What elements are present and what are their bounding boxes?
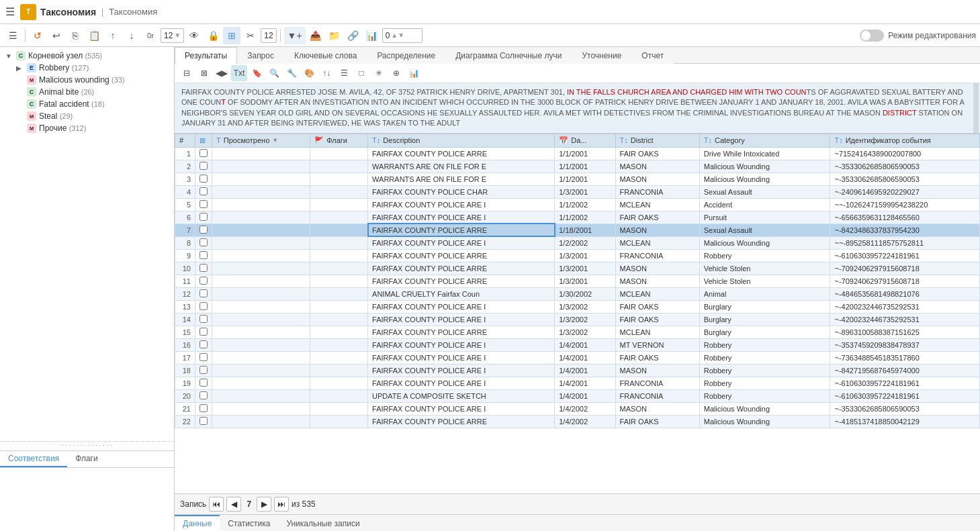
toolbar-add-btn[interactable]: ▼+: [284, 27, 306, 44]
table-row[interactable]: 3 WARRANTS ARE ON FILE FOR E 1/1/2001 MA…: [175, 173, 980, 185]
pager-first-btn[interactable]: ⏮: [209, 497, 224, 512]
data-table-container[interactable]: # ⊠ T Просмотрено ▼ 🚩 Флаги T↕ Descripti…: [175, 134, 980, 493]
bottom-tab-stats[interactable]: Статистика: [220, 515, 278, 531]
tab-flags[interactable]: Флаги: [67, 451, 105, 467]
cell-check[interactable]: [195, 287, 212, 300]
toolbar-import-btn[interactable]: 📁: [326, 27, 343, 44]
table-row[interactable]: 11 FAIRFAX COUNTY POLICE ARRE 1/3/2001 M…: [175, 275, 980, 287]
col-viewed[interactable]: T Просмотрено ▼: [212, 134, 310, 147]
cell-check[interactable]: [195, 313, 212, 326]
cell-check[interactable]: [195, 211, 212, 224]
tab-sunburst[interactable]: Диаграмма Солнечные лучи: [445, 47, 572, 64]
results-btn-3[interactable]: ◀▶: [214, 65, 230, 81]
cell-check[interactable]: [195, 326, 212, 338]
results-btn-5[interactable]: 🔖: [249, 65, 265, 81]
cell-check[interactable]: [195, 173, 212, 185]
cell-check[interactable]: [195, 300, 212, 313]
col-id[interactable]: T↕ Идентификатор события: [830, 134, 980, 147]
tab-results[interactable]: Результаты: [175, 47, 237, 64]
table-row[interactable]: 2 WARRANTS ARE ON FILE FOR E 1/1/2001 MA…: [175, 160, 980, 173]
table-row[interactable]: 18 FAIRFAX COUNTY POLICE ARE I 1/4/2001 …: [175, 364, 980, 377]
table-row[interactable]: 16 FAIRFAX COUNTY POLICE ARE I 1/4/2001 …: [175, 338, 980, 351]
table-row[interactable]: 21 FAIRFAX COUNTY POLICE ARE I 1/4/2002 …: [175, 402, 980, 415]
table-row[interactable]: 14 FAIRFAX COUNTY POLICE ARE I 1/3/2002 …: [175, 313, 980, 326]
preview-scrollbar[interactable]: [973, 83, 979, 133]
cell-check[interactable]: [195, 147, 212, 160]
results-btn-2[interactable]: ⊠: [196, 65, 212, 81]
editing-mode-toggle[interactable]: [860, 30, 884, 42]
pager-current[interactable]: 7: [244, 499, 254, 509]
pager-prev-btn[interactable]: ◀: [226, 497, 241, 512]
col-desc[interactable]: T↕ Description: [368, 134, 555, 147]
results-btn-12[interactable]: ✳: [371, 65, 387, 81]
results-btn-11[interactable]: □: [353, 65, 369, 81]
results-btn-13[interactable]: ⊕: [388, 65, 404, 81]
toolbar-zero-btn[interactable]: 0r: [142, 27, 159, 44]
toolbar-chart-btn[interactable]: 📊: [363, 27, 381, 44]
table-row[interactable]: 7 FAIRFAX COUNTY POLICE ARRE 1/18/2001 M…: [175, 224, 980, 236]
table-row[interactable]: 10 FAIRFAX COUNTY POLICE ARRE 1/3/2001 M…: [175, 262, 980, 275]
cell-check[interactable]: [195, 338, 212, 351]
pager-next-btn[interactable]: ▶: [257, 497, 271, 512]
table-row[interactable]: 22 FAIRFAX COUNTY POLICE ARRE 1/4/2002 F…: [175, 415, 980, 428]
cell-check[interactable]: [195, 160, 212, 173]
menu-icon[interactable]: ☰: [5, 5, 15, 18]
tree-item-fatal[interactable]: C Fatal accident (18): [0, 98, 174, 110]
cell-check[interactable]: [195, 185, 212, 198]
tab-query[interactable]: Запрос: [237, 47, 284, 64]
table-row[interactable]: 4 FAIRFAX COUNTY POLICE CHAR 1/3/2001 FR…: [175, 185, 980, 198]
results-btn-14[interactable]: 📊: [406, 65, 422, 81]
cell-check[interactable]: [195, 377, 212, 389]
tab-refine[interactable]: Уточнение: [572, 47, 631, 64]
col-district[interactable]: T↕ District: [615, 134, 699, 147]
table-row[interactable]: 12 ANIMAL CRUELTY Fairfax Coun 1/30/2002…: [175, 287, 980, 300]
tree-item-other[interactable]: м Прочие (312): [0, 122, 174, 134]
results-btn-4[interactable]: Txt: [231, 65, 247, 81]
bottom-tab-data[interactable]: Данные: [175, 515, 220, 531]
toolbar-paste-btn[interactable]: 📋: [85, 27, 103, 44]
col-flags[interactable]: 🚩 Флаги: [310, 134, 368, 147]
table-row[interactable]: 5 FAIRFAX COUNTY POLICE ARE I 1/1/2002 M…: [175, 198, 980, 211]
tab-report[interactable]: Отчет: [631, 47, 674, 64]
cell-check[interactable]: [195, 249, 212, 262]
table-row[interactable]: 17 FAIRFAX COUNTY POLICE ARE I 1/4/2001 …: [175, 351, 980, 364]
tree-item-animal[interactable]: C Animal bite (26): [0, 86, 174, 98]
cell-check[interactable]: [195, 402, 212, 415]
toolbar-up-btn[interactable]: ↑: [104, 27, 122, 44]
tab-matches[interactable]: Соответствия: [0, 451, 67, 467]
toolbar-grid-btn[interactable]: ⊞: [223, 27, 240, 44]
col-date[interactable]: 📅 Da...: [555, 134, 615, 147]
toolbar-counter-input[interactable]: 12 ▼: [161, 28, 184, 43]
table-row[interactable]: 9 FAIRFAX COUNTY POLICE ARRE 1/3/2001 FR…: [175, 249, 980, 262]
table-row[interactable]: 13 FAIRFAX COUNTY POLICE ARE I 1/3/2002 …: [175, 300, 980, 313]
pager-last-btn[interactable]: ⏭: [274, 497, 289, 512]
toolbar-counter2-input[interactable]: 12: [261, 28, 276, 43]
cell-check[interactable]: [195, 198, 212, 211]
tree-item-steal[interactable]: м Steal (29): [0, 110, 174, 122]
cell-check[interactable]: [195, 262, 212, 275]
tab-keywords[interactable]: Ключевые слова: [284, 47, 367, 64]
col-category[interactable]: T↕ Category: [699, 134, 830, 147]
table-row[interactable]: 1 FAIRFAX COUNTY POLICE ARRE 1/1/2001 FA…: [175, 147, 980, 160]
toolbar-link-btn[interactable]: 🔗: [345, 27, 362, 44]
table-row[interactable]: 8 FAIRFAX COUNTY POLICE ARE I 1/2/2002 M…: [175, 236, 980, 249]
toolbar-export-btn[interactable]: 📤: [307, 27, 324, 44]
cell-check[interactable]: [195, 389, 212, 402]
tab-distribution[interactable]: Распределение: [367, 47, 445, 64]
toolbar-copy-btn[interactable]: ⎘: [66, 27, 84, 44]
results-btn-8[interactable]: 🎨: [301, 65, 317, 81]
table-row[interactable]: 15 FAIRFAX COUNTY POLICE ARRE 1/3/2002 M…: [175, 326, 980, 338]
cell-check[interactable]: [195, 275, 212, 287]
tree-item-malicious[interactable]: м Malicious wounding (33): [0, 74, 174, 86]
results-btn-9[interactable]: ↑↓: [318, 65, 335, 81]
toolbar-refresh-btn[interactable]: ↺: [29, 27, 46, 44]
results-btn-1[interactable]: ⊟: [179, 65, 195, 81]
results-btn-7[interactable]: 🔧: [283, 65, 300, 81]
cell-check[interactable]: [195, 236, 212, 249]
table-row[interactable]: 6 FAIRFAX COUNTY POLICE ARE I 1/1/2002 F…: [175, 211, 980, 224]
bottom-tab-unique[interactable]: Уникальные записи: [278, 515, 367, 531]
cell-check[interactable]: [195, 224, 212, 236]
tree-root[interactable]: ▼ C Корневой узел (535): [0, 50, 174, 62]
toolbar-down-btn[interactable]: ↓: [123, 27, 140, 44]
toolbar-counter3-input[interactable]: 0 ▲▼: [382, 28, 422, 43]
